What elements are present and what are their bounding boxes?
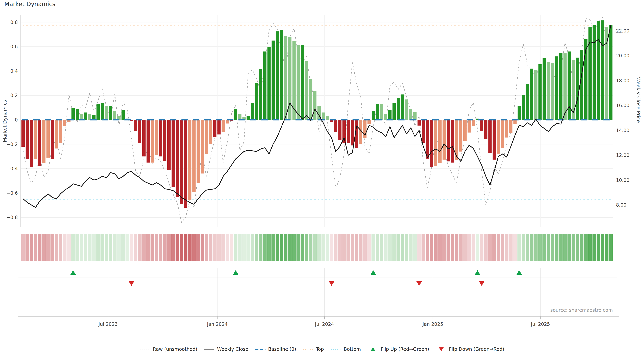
heatmap-cell: [338, 234, 342, 261]
heatmap-cell: [46, 234, 50, 261]
heatmap-cell: [480, 234, 484, 261]
heatmap-cell: [196, 234, 200, 261]
heatmap-cell: [180, 234, 183, 261]
dynamics-bar: [501, 120, 504, 148]
heatmap-cell: [150, 234, 154, 261]
heatmap-cell: [559, 234, 563, 261]
dynamics-bar: [205, 120, 208, 154]
dynamics-bar: [280, 30, 283, 120]
dynamics-bar: [526, 84, 529, 120]
dynamics-bar: [451, 120, 454, 163]
legend-swatch-line-dotted-gray: [140, 346, 150, 352]
dynamics-bar: [534, 70, 538, 120]
dynamics-bar: [59, 120, 62, 143]
flip-down-icon: [479, 281, 484, 286]
heatmap-cell: [167, 234, 171, 261]
dynamics-bar: [322, 112, 325, 120]
dynamics-bar: [76, 109, 79, 120]
legend-label: Raw (unsmoothed): [153, 347, 197, 352]
flip-up-icon: [475, 270, 480, 275]
right-axis-tick: 22.00: [616, 28, 630, 34]
heatmap-cell: [555, 234, 558, 261]
dynamics-bar: [368, 120, 371, 124]
chart-canvas: 0.80.60.40.20−0.2−0.4−0.6−0.822.0020.001…: [0, 0, 644, 362]
dynamics-bar: [547, 62, 550, 120]
dynamics-bar: [284, 36, 287, 120]
dynamics-bar: [397, 98, 400, 120]
legend-item: Top: [303, 346, 324, 352]
heatmap-cell: [96, 234, 100, 261]
dynamics-bar: [297, 45, 300, 120]
heatmap-cell: [296, 234, 300, 261]
legend-label: Weekly Close: [217, 347, 248, 352]
dynamics-bar: [497, 120, 500, 154]
dynamics-bar: [313, 91, 316, 120]
legend-swatch-triangle-down-red: [436, 346, 446, 352]
heatmap-cell: [230, 234, 233, 261]
dynamics-bar: [401, 94, 404, 120]
dynamics-bar: [468, 120, 471, 133]
heatmap-cell: [209, 234, 212, 261]
heatmap-cell: [250, 234, 254, 261]
left-axis-title: Market Dynamics: [2, 100, 8, 142]
heatmap-cell: [409, 234, 412, 261]
dynamics-bar: [551, 63, 554, 120]
heatmap-cell: [438, 234, 442, 261]
dynamics-bars-layer: [22, 20, 612, 208]
dynamics-bar: [92, 115, 96, 120]
dynamics-bar: [122, 110, 125, 120]
heatmap-cell: [267, 234, 271, 261]
heatmap-cell: [546, 234, 550, 261]
heatmap-cell: [568, 234, 571, 261]
dynamics-bar: [605, 27, 608, 120]
heatmap-cell: [592, 234, 596, 261]
dynamics-bar: [234, 109, 237, 120]
dynamics-bar: [555, 56, 558, 120]
dynamics-bar: [484, 120, 487, 139]
dynamics-bar: [464, 120, 466, 141]
heatmap-cell: [142, 234, 146, 261]
left-axis-tick: 0.4: [10, 68, 18, 74]
dynamics-bar: [84, 112, 87, 120]
dynamics-bar: [442, 120, 446, 160]
heatmap-cell: [334, 234, 338, 261]
flip-down-icon: [329, 281, 334, 286]
dynamics-bar: [388, 110, 392, 120]
dynamics-bar: [255, 83, 258, 120]
dynamics-bar: [88, 114, 92, 120]
dynamics-bar: [580, 50, 583, 120]
dynamics-bar: [80, 114, 83, 120]
dynamics-bar: [488, 120, 492, 153]
heatmap-cell: [80, 234, 83, 261]
heatmap-cell: [413, 234, 417, 261]
dynamics-bar: [609, 25, 612, 120]
dynamics-bar: [513, 120, 516, 124]
left-axis-tick: −0.8: [6, 215, 18, 220]
dynamics-bar: [472, 120, 475, 126]
heatmap-cell: [392, 234, 396, 261]
legend-label: Flip Down (Green→Red): [449, 347, 504, 352]
heatmap-cell: [21, 234, 25, 261]
dynamics-bar: [188, 120, 191, 200]
dynamics-bar: [447, 120, 450, 161]
dynamics-bar: [593, 25, 596, 120]
legend-swatch-line-dotted-cyan: [330, 346, 341, 352]
heatmap-cell: [472, 234, 475, 261]
left-axis-tick: −0.4: [6, 166, 18, 171]
legend-swatch-line-solid-black: [204, 346, 215, 352]
heatmap-cell: [459, 234, 462, 261]
left-axis-tick: −0.2: [6, 142, 18, 147]
dynamics-bar: [434, 120, 438, 166]
heatmap-cell: [109, 234, 112, 261]
heatmap-cell: [301, 234, 304, 261]
dynamics-bar: [26, 120, 29, 159]
dynamics-bar: [238, 114, 242, 120]
legend-swatch-line-dashed-blue: [255, 346, 266, 352]
heatmap-cell: [221, 234, 225, 261]
heatmap-cell: [205, 234, 208, 261]
heatmap-cell: [88, 234, 92, 261]
heatmap-cell: [530, 234, 534, 261]
dynamics-bar: [251, 103, 254, 120]
x-axis-tick: Jul 2023: [98, 322, 118, 327]
right-axis-tick: 10.00: [616, 177, 630, 183]
